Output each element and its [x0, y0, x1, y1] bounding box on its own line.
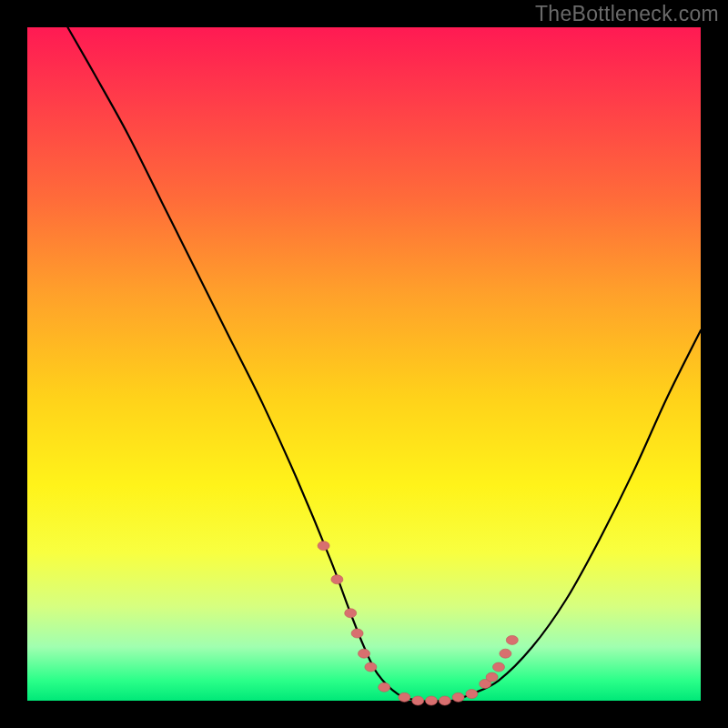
marker-point	[500, 649, 511, 658]
marker-point	[412, 696, 424, 705]
plot-area	[27, 27, 701, 701]
marker-point	[351, 629, 363, 638]
marker-point	[379, 682, 390, 692]
marker-point	[493, 662, 505, 672]
watermark-text: TheBottleneck.com	[535, 2, 719, 26]
bottleneck-curve	[67, 27, 701, 702]
marker-point	[345, 609, 357, 618]
curve-svg	[27, 27, 701, 701]
marker-point	[426, 696, 438, 705]
marker-point	[318, 541, 329, 551]
marker-point	[399, 693, 410, 702]
marker-point	[331, 575, 343, 584]
marker-point	[452, 693, 464, 702]
marker-point	[365, 662, 377, 672]
marker-point	[486, 672, 498, 682]
chart-frame: TheBottleneck.com	[0, 0, 728, 728]
marker-point	[506, 635, 518, 644]
marker-point	[466, 690, 478, 699]
curve-markers	[318, 541, 518, 705]
marker-point	[359, 649, 370, 658]
marker-point	[439, 696, 450, 705]
